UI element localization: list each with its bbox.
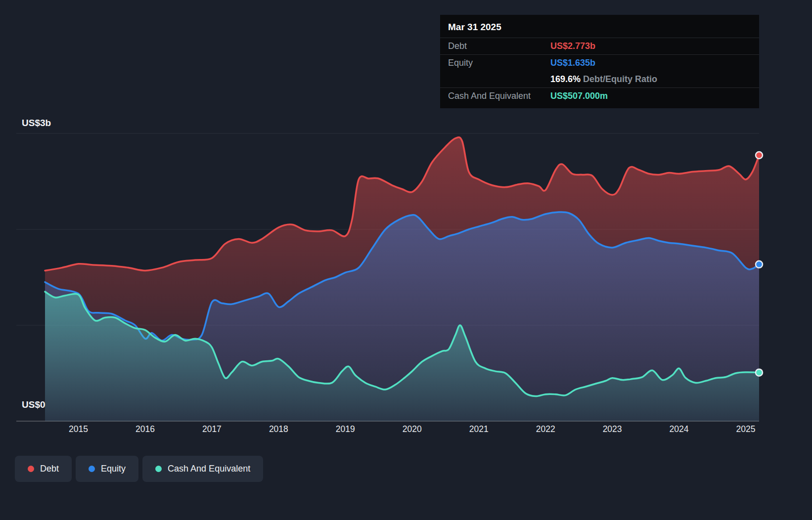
chart-tooltip: Mar 31 2025 Debt US$2.773b Equity US$1.6… [440, 15, 759, 108]
tooltip-cash-value: US$507.000m [550, 91, 751, 101]
tooltip-ratio-row: 169.6% Debt/Equity Ratio [440, 71, 759, 88]
x-tick-label: 2017 [202, 424, 222, 434]
tooltip-date: Mar 31 2025 [440, 15, 759, 38]
tooltip-debt-value: US$2.773b [550, 41, 751, 51]
end-marker-equity [756, 261, 763, 268]
tooltip-ratio-text: 169.6% Debt/Equity Ratio [550, 74, 751, 85]
tooltip-equity-row: Equity US$1.635b [440, 55, 759, 71]
x-tick-label: 2019 [336, 424, 355, 434]
tooltip-ratio-value: 169.6% [550, 74, 581, 84]
legend: Debt Equity Cash And Equivalent [15, 456, 263, 482]
end-marker-debt [756, 152, 763, 159]
legend-item-cash[interactable]: Cash And Equivalent [142, 456, 263, 482]
tooltip-cash-row: Cash And Equivalent US$507.000m [440, 88, 759, 104]
legend-label-equity: Equity [101, 464, 126, 474]
x-axis: 2015201620172018201920202021202220232024… [0, 424, 812, 437]
x-tick-label: 2024 [670, 424, 689, 434]
x-tick-label: 2023 [603, 424, 622, 434]
debt-legend-dot-icon [28, 466, 34, 472]
tooltip-equity-label: Equity [448, 58, 550, 68]
tooltip-ratio-label: Debt/Equity Ratio [583, 74, 657, 84]
debt-equity-chart-page: US$3b US$0 20152016201720182019202020212… [0, 0, 812, 520]
x-tick-label: 2021 [469, 424, 489, 434]
x-tick-label: 2022 [536, 424, 555, 434]
legend-label-cash: Cash And Equivalent [168, 464, 250, 474]
x-tick-label: 2018 [269, 424, 288, 434]
legend-item-equity[interactable]: Equity [76, 456, 138, 482]
end-marker-cash-and-equivalent [756, 369, 763, 376]
x-tick-label: 2025 [736, 424, 756, 434]
y-axis-label-top: US$3b [22, 118, 51, 129]
tooltip-debt-row: Debt US$2.773b [440, 38, 759, 55]
cash-legend-dot-icon [155, 466, 162, 472]
y-axis-label-bottom: US$0 [22, 399, 45, 410]
x-tick-label: 2020 [403, 424, 422, 434]
tooltip-equity-value: US$1.635b [550, 58, 751, 68]
x-tick-label: 2015 [69, 424, 88, 434]
tooltip-cash-label: Cash And Equivalent [448, 91, 550, 101]
legend-item-debt[interactable]: Debt [15, 456, 72, 482]
legend-label-debt: Debt [40, 464, 59, 474]
equity-legend-dot-icon [89, 466, 95, 472]
x-tick-label: 2016 [135, 424, 155, 434]
tooltip-debt-label: Debt [448, 41, 550, 51]
